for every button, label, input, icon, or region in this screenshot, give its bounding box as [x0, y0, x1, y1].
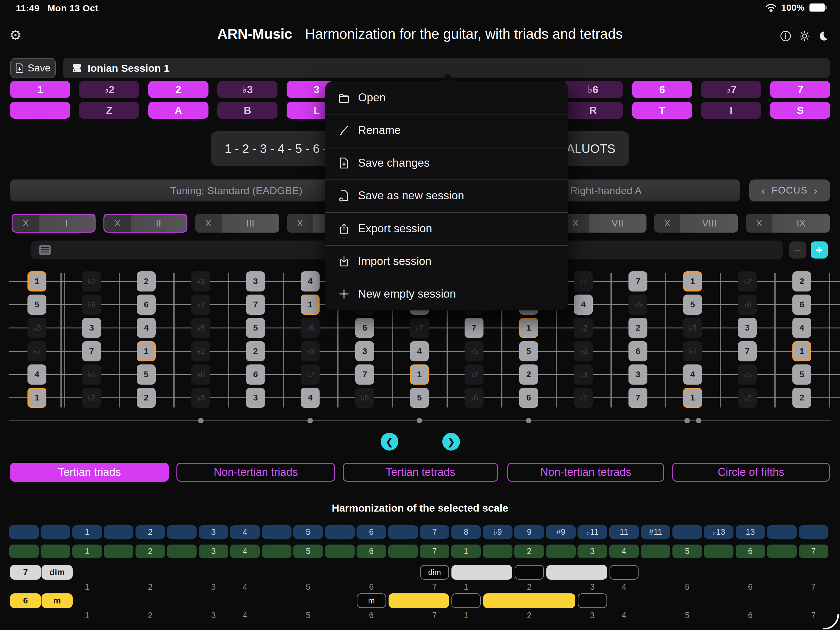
fret-note-chip[interactable]: 2: [628, 318, 647, 338]
fret-note-chip[interactable]: 1: [27, 388, 46, 408]
fret-note-chip[interactable]: 7: [246, 295, 265, 315]
fret-note-chip[interactable]: ♭6: [82, 295, 101, 315]
letter-button-10[interactable]: T: [632, 102, 692, 119]
letter-button-3[interactable]: A: [148, 102, 208, 119]
fret-note-chip[interactable]: ♭7: [191, 295, 210, 315]
light-mode-icon[interactable]: [799, 30, 811, 42]
tab-tertian-triads[interactable]: Tertian triads: [10, 463, 169, 482]
fret-note-chip[interactable]: 5: [683, 295, 702, 315]
tab-non-tertian-tetrads[interactable]: Non-tertian tetrads: [507, 463, 664, 482]
close-icon[interactable]: X: [287, 214, 313, 232]
fret-note-chip[interactable]: 5: [793, 365, 811, 385]
fret-note-chip[interactable]: 4: [301, 388, 320, 408]
fret-note-chip[interactable]: 6: [355, 318, 374, 338]
position-chip-II[interactable]: XII: [103, 214, 188, 232]
fret-note-chip[interactable]: ♭7: [27, 341, 46, 362]
close-icon[interactable]: X: [654, 214, 681, 232]
degree-button-2[interactable]: ♭2: [79, 81, 139, 98]
fret-note-chip[interactable]: ♭7: [574, 388, 593, 408]
degree-button-12[interactable]: 7: [770, 81, 830, 98]
focus-button[interactable]: ‹ FOCUS ›: [749, 180, 830, 201]
fret-note-chip[interactable]: 1: [793, 341, 811, 362]
fret-note-chip[interactable]: 7: [628, 272, 647, 292]
info-icon[interactable]: [780, 30, 792, 42]
fret-note-chip[interactable]: ♭2: [191, 341, 210, 362]
position-chip-IX[interactable]: XIX: [746, 214, 830, 232]
fret-note-chip[interactable]: 4: [683, 365, 702, 385]
fret-note-chip[interactable]: 1: [519, 318, 538, 338]
fret-note-chip[interactable]: 5: [27, 295, 46, 315]
fret-note-chip[interactable]: 6: [628, 341, 647, 362]
degree-button-1[interactable]: 1: [10, 81, 70, 98]
letter-button-12[interactable]: S: [770, 102, 830, 119]
fret-note-chip[interactable]: ♭7: [574, 272, 593, 292]
position-chip-I[interactable]: XI: [12, 214, 96, 232]
fret-note-chip[interactable]: 1: [683, 272, 702, 292]
fret-note-chip[interactable]: 3: [246, 388, 265, 408]
menu-item-open[interactable]: Open: [325, 81, 568, 114]
fret-note-chip[interactable]: 4: [793, 318, 811, 338]
fret-note-chip[interactable]: 1: [410, 365, 429, 385]
letter-button-1[interactable]: _: [10, 102, 70, 119]
fret-note-chip[interactable]: 2: [137, 272, 156, 292]
fret-note-chip[interactable]: 5: [410, 388, 429, 408]
fret-note-chip[interactable]: ♭3: [574, 365, 593, 385]
letter-button-9[interactable]: R: [563, 102, 623, 119]
degree-button-10[interactable]: 6: [632, 81, 692, 98]
fret-note-chip[interactable]: ♭2: [738, 388, 757, 408]
letter-button-4[interactable]: B: [217, 102, 278, 119]
fret-note-chip[interactable]: 2: [137, 388, 156, 408]
menu-item-save-as-new-session[interactable]: Save as new session: [325, 180, 568, 212]
fret-note-chip[interactable]: ♭3: [191, 272, 210, 292]
fret-note-chip[interactable]: 5: [137, 365, 156, 385]
fret-note-chip[interactable]: 1: [301, 295, 320, 315]
prev-position-button[interactable]: ❮: [381, 433, 398, 450]
fret-note-chip[interactable]: ♭2: [82, 388, 101, 408]
degree-button-3[interactable]: 2: [148, 81, 208, 98]
fret-note-chip[interactable]: 4: [410, 341, 429, 362]
close-icon[interactable]: X: [13, 215, 39, 232]
zoom-in-button[interactable]: +: [811, 242, 828, 259]
fret-note-chip[interactable]: 1: [683, 388, 702, 408]
fret-note-chip[interactable]: ♭2: [82, 272, 101, 292]
fret-note-chip[interactable]: ♭6: [574, 341, 593, 362]
fret-note-chip[interactable]: ♭5: [738, 365, 757, 385]
fret-note-chip[interactable]: ♭7: [410, 318, 429, 338]
fret-note-chip[interactable]: 7: [82, 341, 101, 362]
fret-note-chip[interactable]: ♭2: [738, 272, 757, 292]
close-icon[interactable]: X: [104, 215, 131, 232]
focus-prev-icon[interactable]: ‹: [761, 185, 765, 197]
fret-note-chip[interactable]: 6: [246, 365, 265, 385]
fret-note-chip[interactable]: ♭2: [464, 365, 483, 385]
degree-button-11[interactable]: ♭7: [701, 81, 761, 98]
menu-item-export-session[interactable]: Export session: [325, 212, 568, 245]
fret-note-chip[interactable]: 7: [355, 365, 374, 385]
fret-note-chip[interactable]: 7: [464, 318, 483, 338]
fret-note-chip[interactable]: 1: [27, 272, 46, 292]
fret-note-chip[interactable]: 4: [137, 318, 156, 338]
fret-note-chip[interactable]: 4: [301, 272, 320, 292]
fret-note-chip[interactable]: ♭5: [464, 341, 483, 362]
fret-note-chip[interactable]: ♭6: [464, 388, 483, 408]
fret-note-chip[interactable]: ♭5: [355, 388, 374, 408]
fret-note-chip[interactable]: 5: [246, 318, 265, 338]
close-icon[interactable]: X: [746, 214, 772, 232]
tab-tertian-tetrads[interactable]: Tertian tetrads: [343, 463, 498, 482]
fret-note-chip[interactable]: 2: [793, 388, 811, 408]
tab-non-tertian-triads[interactable]: Non-tertian triads: [177, 463, 335, 482]
fret-note-chip[interactable]: ♭3: [27, 318, 46, 338]
close-icon[interactable]: X: [195, 214, 222, 232]
next-position-button[interactable]: ❯: [442, 433, 460, 450]
fret-note-chip[interactable]: 3: [246, 272, 265, 292]
fret-note-chip[interactable]: 4: [27, 365, 46, 385]
fret-note-chip[interactable]: ♭3: [191, 388, 210, 408]
fret-note-chip[interactable]: 3: [82, 318, 101, 338]
fret-note-chip[interactable]: ♭5: [628, 295, 647, 315]
letter-button-2[interactable]: Z: [79, 102, 139, 119]
fret-note-chip[interactable]: ♭5: [191, 318, 210, 338]
fret-note-chip[interactable]: 5: [519, 341, 538, 362]
fret-note-chip[interactable]: 7: [738, 341, 757, 362]
fret-note-chip[interactable]: 2: [519, 365, 538, 385]
zoom-out-button[interactable]: −: [789, 242, 807, 259]
fret-note-chip[interactable]: ♭6: [191, 365, 210, 385]
